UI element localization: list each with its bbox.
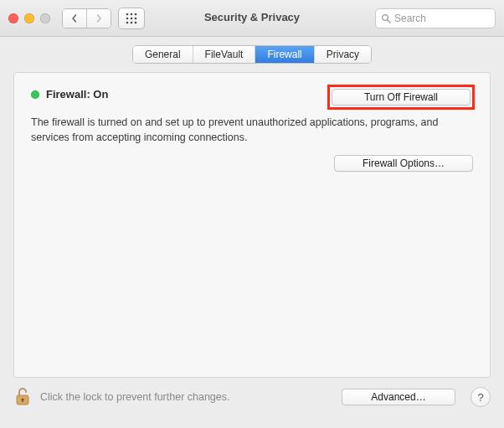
firewall-options-button[interactable]: Firewall Options… [334, 155, 473, 172]
svg-point-0 [126, 13, 129, 15]
tab-privacy[interactable]: Privacy [315, 46, 371, 63]
help-button[interactable]: ? [471, 387, 491, 407]
show-all-button[interactable] [118, 8, 145, 29]
svg-point-1 [131, 13, 133, 15]
minimize-window-icon[interactable] [24, 13, 34, 23]
svg-point-3 [126, 17, 129, 19]
firewall-panel: Firewall: On Turn Off Firewall The firew… [13, 72, 491, 378]
status-on-icon [31, 90, 39, 99]
lock-button[interactable] [13, 386, 32, 408]
svg-rect-13 [22, 400, 23, 402]
svg-point-4 [131, 17, 133, 19]
search-input[interactable]: Search [375, 8, 496, 28]
chevron-right-icon [95, 14, 103, 23]
search-placeholder: Search [394, 13, 426, 24]
toolbar: Security & Privacy Search [0, 0, 504, 37]
unlocked-lock-icon [14, 387, 31, 407]
svg-point-2 [135, 13, 137, 15]
window-controls [8, 13, 50, 23]
svg-line-10 [388, 20, 390, 23]
grid-icon [126, 13, 137, 24]
tab-bar: General FileVault Firewall Privacy [0, 37, 504, 64]
svg-point-7 [131, 21, 133, 23]
tab-general[interactable]: General [133, 46, 193, 63]
forward-button [86, 9, 111, 28]
turn-off-highlight: Turn Off Firewall [327, 85, 475, 110]
nav-back-forward [62, 8, 111, 28]
svg-point-9 [383, 14, 388, 20]
svg-point-6 [126, 21, 129, 23]
search-icon [381, 13, 391, 23]
tab-filevault[interactable]: FileVault [193, 46, 256, 63]
footer: Click the lock to prevent further change… [0, 378, 504, 408]
svg-point-5 [135, 17, 137, 19]
svg-point-8 [135, 21, 137, 23]
lock-hint-text: Click the lock to prevent further change… [40, 391, 230, 403]
chevron-left-icon [70, 14, 79, 23]
zoom-window-icon [40, 13, 50, 23]
advanced-button[interactable]: Advanced… [342, 389, 455, 405]
back-button[interactable] [63, 9, 86, 28]
close-window-icon[interactable] [8, 13, 18, 23]
firewall-status-label: Firewall: On [46, 88, 108, 101]
turn-off-firewall-button[interactable]: Turn Off Firewall [332, 89, 471, 106]
tab-firewall[interactable]: Firewall [255, 46, 314, 63]
firewall-description: The firewall is turned on and set up to … [31, 116, 458, 145]
